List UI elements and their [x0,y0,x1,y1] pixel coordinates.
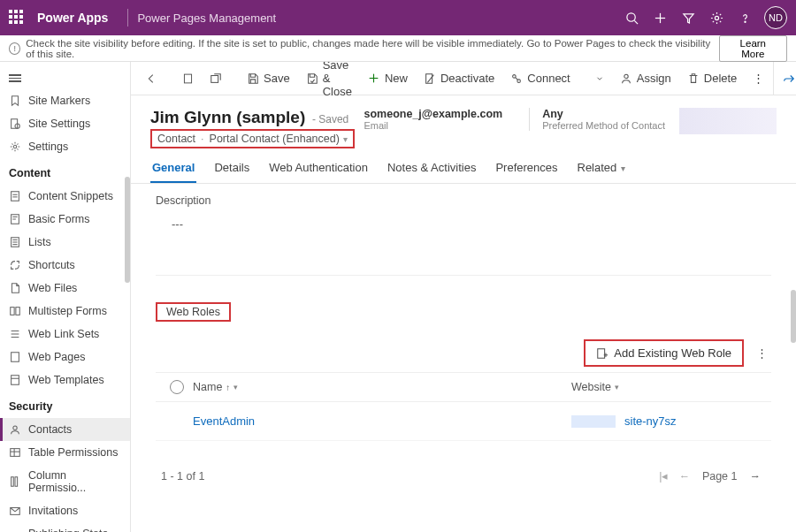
preferred-method-label: Preferred Method of Contact [542,120,665,131]
web-roles-section-label: Web Roles [156,302,231,322]
svg-rect-37 [184,74,191,83]
connect-button[interactable]: Connect [503,68,577,88]
form-body: Description --- Web Roles Add Existing W… [131,184,796,532]
svg-rect-19 [11,307,14,315]
invite-icon [9,505,21,517]
sidebar-item-basic-forms[interactable]: Basic Forms [0,208,130,231]
save-button[interactable]: Save [240,68,297,88]
sidebar-item-lists[interactable]: Lists [0,231,130,254]
sidebar-scrollbar[interactable] [125,177,130,283]
tab-notes[interactable]: Notes & Activities [386,161,478,183]
gear-icon [9,141,21,153]
entity-form-selector[interactable]: Contact · Portal Contact (Enhanced) ▾ [150,129,355,148]
description-field[interactable]: --- [156,212,771,276]
new-button[interactable]: New [361,68,415,88]
sidebar-item-content-snippets[interactable]: Content Snippets [0,185,130,208]
sidebar-item-site-settings[interactable]: Site Settings [0,112,130,135]
select-all-checkbox[interactable] [170,380,184,394]
assign-icon [620,72,632,85]
open-new-window-button[interactable] [203,69,229,88]
svg-point-27 [13,426,17,429]
content-scrollbar[interactable] [791,290,796,343]
nav-header-security: Security [0,391,130,418]
row-count: 1 - 1 of 1 [161,470,204,483]
sidebar-item-shortcuts[interactable]: Shortcuts [0,254,130,277]
tab-related[interactable]: Related ▾ [576,161,628,183]
prev-page-button[interactable]: ← [673,468,695,484]
sort-asc-icon: ↑ [226,383,230,392]
back-button[interactable] [138,69,165,88]
chevron-down-icon: ▾ [343,134,348,144]
column-website[interactable]: Website ▾ [571,381,766,393]
help-icon[interactable] [731,4,759,32]
form-icon [9,213,21,225]
sidebar-item-label: Multistep Forms [28,305,107,317]
bookmark-icon [9,95,21,107]
sidebar-item-label: Lists [28,236,51,248]
tab-general[interactable]: General [150,161,196,183]
svg-rect-24 [11,352,19,361]
filter-icon[interactable] [674,4,702,32]
sidebar-item-web-pages[interactable]: Web Pages [0,346,130,369]
svg-rect-47 [598,348,605,358]
sidebar-item-site-markers[interactable]: Site Markers [0,89,130,112]
connect-dropdown[interactable] [588,71,611,87]
table-row[interactable]: EventAdminsite-ny7sz [156,402,771,441]
sidebar-item-web-files[interactable]: Web Files [0,277,130,300]
record-image[interactable] [679,108,777,134]
svg-point-4 [715,16,718,19]
shortcut-icon [9,259,21,271]
user-avatar[interactable]: ND [764,6,787,29]
sidebar-item-contacts[interactable]: Contacts [0,418,130,441]
overflow-button[interactable]: ⋮ [746,68,771,88]
linkset-icon [9,328,21,340]
add-existing-web-role-button[interactable]: Add Existing Web Role [584,339,744,367]
tab-preferences[interactable]: Preferences [494,161,559,183]
sidebar-item-web-link-sets[interactable]: Web Link Sets [0,323,130,346]
svg-rect-25 [11,375,19,384]
sidebar-item-settings[interactable]: Settings [0,135,130,158]
email-label: Email [364,120,503,131]
column-name[interactable]: Name ↑▾ [193,381,571,393]
tab-web-auth[interactable]: Web Authentication [267,161,370,183]
sidebar-item-web-templates[interactable]: Web Templates [0,369,130,391]
sidebar-item-publishing-state-tr-[interactable]: Publishing State Tr... [0,522,130,533]
first-page-button[interactable]: |◂ [654,467,673,484]
deactivate-button[interactable]: Deactivate [417,68,501,88]
list-icon [9,236,21,248]
sidebar-item-label: Shortcuts [28,259,75,271]
sidebar-item-column-permissio-[interactable]: Column Permissio... [0,464,130,499]
form-name: Portal Contact (Enhanced) [210,133,340,145]
settings-icon[interactable] [702,4,731,32]
share-button[interactable]: Share▾ [773,62,796,95]
form-tabs: General Details Web Authentication Notes… [131,148,796,184]
add-record-icon [596,347,608,360]
sidebar-item-table-permissions[interactable]: Table Permissions [0,441,130,464]
contact-icon [9,423,21,436]
web-roles-overflow[interactable]: ⋮ [753,343,771,363]
saved-indicator: - Saved [312,113,348,125]
nav-header-content: Content [0,158,130,185]
sidebar-item-multistep-forms[interactable]: Multistep Forms [0,300,130,323]
left-nav: Site MarkersSite SettingsSettings Conten… [0,62,131,532]
sidebar-item-invitations[interactable]: Invitations [0,499,130,522]
record-header: Jim Glynn (sample) - Saved Contact · Por… [131,95,796,148]
tab-details[interactable]: Details [212,161,251,183]
assign-button[interactable]: Assign [613,68,678,88]
next-page-button[interactable]: → [745,468,767,484]
delete-button[interactable]: Delete [680,68,745,88]
app-launcher-icon[interactable] [9,10,25,26]
sidebar-item-label: Web Link Sets [28,328,99,340]
save-close-icon [306,72,318,85]
add-icon[interactable] [646,4,674,32]
website-link[interactable]: site-ny7sz [624,414,677,428]
email-value: someone_j@example.com [364,108,503,120]
deactivate-icon [424,72,436,85]
role-name-link[interactable]: EventAdmin [193,414,255,428]
search-icon[interactable] [617,4,646,32]
nav-collapse-button[interactable] [0,67,130,89]
sidebar-item-label: Site Settings [28,118,90,130]
learn-more-button[interactable]: Learn More [719,35,787,62]
open-record-set-button[interactable] [175,69,201,88]
entity-name: Contact [157,133,195,145]
